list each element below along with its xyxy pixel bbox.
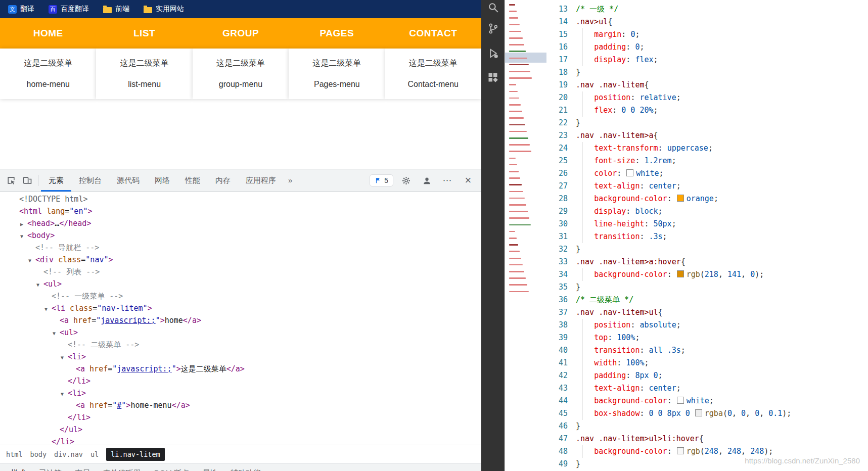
styles-tab[interactable]: 已计算 [32, 463, 68, 471]
submenu-item[interactable]: 这是二级菜单 [96, 53, 192, 74]
devtools-tab[interactable]: 源代码 [109, 169, 147, 192]
tree-node[interactable]: ▼<ul> [0, 278, 481, 291]
tree-node[interactable]: <a href="#">home-menu</a> [0, 400, 481, 412]
devtools-tab[interactable]: 控制台 [71, 169, 109, 192]
expand-arrow-icon[interactable]: ▼ [28, 255, 35, 266]
submenu-item[interactable]: 这是二级菜单 [0, 53, 96, 74]
tree-node[interactable]: <!-- 一级菜单 --> [0, 291, 481, 303]
tree-node[interactable]: ▼<li class="nav-litem"> [0, 303, 481, 315]
breadcrumb-item[interactable]: ul [90, 450, 99, 458]
devtools-tab[interactable]: 网络 [147, 169, 177, 192]
tree-node[interactable]: <!DOCTYPE html> [0, 194, 481, 206]
submenu-item[interactable]: home-menu [0, 74, 96, 95]
devtools-tab[interactable]: 性能 [177, 169, 208, 192]
expand-arrow-icon[interactable]: ▼ [20, 231, 27, 242]
settings-gear-icon[interactable] [398, 172, 414, 189]
styles-tab[interactable]: 辅助功能 [224, 463, 267, 471]
color-swatch[interactable] [677, 270, 684, 277]
expand-arrow-icon[interactable]: ▼ [44, 304, 52, 315]
nav-item-list[interactable]: LIST [96, 18, 192, 49]
minimap-line [509, 58, 527, 59]
tree-node[interactable]: ▼<div class="nav"> [0, 254, 481, 266]
bookmark-item[interactable]: 实用网站 [144, 5, 184, 14]
styles-tab[interactable]: DOM 断点 [148, 463, 196, 471]
syntax-token [576, 93, 594, 102]
styles-tab[interactable]: 属性 [196, 463, 224, 471]
nav-item-pages[interactable]: PAGES [289, 18, 385, 49]
styles-tab[interactable]: 事件监听器 [97, 463, 148, 471]
tree-node[interactable]: ▼<body> [0, 230, 481, 242]
run-debug-icon[interactable] [481, 43, 505, 63]
search-icon[interactable] [481, 0, 505, 17]
submenu-item[interactable]: 这是二级菜单 [289, 53, 385, 74]
source-control-icon[interactable] [481, 18, 505, 38]
breadcrumb-item[interactable]: li.nav-litem [106, 448, 165, 461]
kebab-menu-icon[interactable]: ⋯ [439, 172, 455, 189]
expand-arrow-icon[interactable]: ▼ [61, 352, 68, 363]
syntax-token: : [658, 144, 667, 153]
syntax-token: <a [60, 316, 69, 325]
tree-node[interactable]: </ul> [0, 424, 481, 436]
tree-node[interactable]: ▼<ul> [0, 327, 481, 339]
expand-arrow-icon[interactable]: ▼ [36, 279, 43, 291]
tree-node[interactable]: <!-- 二级菜单 --> [0, 339, 481, 351]
tree-node[interactable]: </li> [0, 436, 481, 445]
close-icon[interactable]: × [460, 172, 476, 189]
devtools-tab[interactable]: 内存 [208, 169, 238, 192]
tree-node[interactable]: <a href="javascript:;">home</a> [0, 315, 481, 327]
syntax-token: background-color [594, 396, 667, 405]
syntax-token: "en" [69, 207, 87, 216]
extensions-icon[interactable] [481, 67, 505, 87]
expand-arrow-icon[interactable]: ▼ [61, 389, 68, 400]
tree-node[interactable]: ▶<head>…</head> [0, 218, 481, 230]
submenu-item[interactable]: Pages-menu [289, 74, 385, 95]
tree-node[interactable]: <!-- 列表 --> [0, 266, 481, 278]
device-toolbar-icon[interactable] [19, 172, 35, 189]
tree-node[interactable]: <!-- 导航栏 --> [0, 242, 481, 254]
code-editor[interactable]: 1314151617181920212223242526272829303132… [546, 0, 868, 471]
syntax-token: .nav .nav-litem>ul [576, 308, 658, 317]
color-swatch[interactable] [677, 447, 684, 454]
tree-node[interactable]: <html lang="en"> [0, 206, 481, 218]
more-tabs-icon[interactable]: » [284, 169, 297, 192]
minimap-line [509, 137, 528, 139]
syntax-token: # [117, 401, 121, 410]
color-swatch[interactable] [695, 409, 702, 416]
breadcrumb-item[interactable]: div.nav [54, 450, 83, 458]
inspect-icon[interactable] [3, 172, 19, 189]
expand-arrow-icon[interactable]: ▼ [53, 328, 60, 339]
styles-tab[interactable]: 样式 [4, 463, 32, 471]
nav-item-group[interactable]: GROUP [193, 18, 289, 49]
profile-icon[interactable] [419, 172, 435, 189]
breadcrumb-item[interactable]: body [30, 450, 47, 458]
color-swatch[interactable] [677, 195, 684, 202]
color-swatch[interactable] [626, 169, 633, 176]
nav-item-contact[interactable]: CONTACT [385, 18, 481, 49]
color-swatch[interactable] [677, 397, 684, 404]
bookmark-item[interactable]: 百百度翻译 [49, 5, 89, 14]
submenu-item[interactable]: list-menu [96, 74, 192, 95]
submenu-item[interactable]: 这是二级菜单 [193, 53, 289, 74]
devtools-tab[interactable]: 应用程序 [238, 169, 284, 192]
tree-node[interactable]: <a href="javascript:;">这是二级菜单</a> [0, 363, 481, 375]
syntax-token: display [594, 207, 626, 216]
minimap-line [509, 238, 517, 239]
bookmark-item[interactable]: 前端 [103, 5, 129, 14]
expand-arrow-icon[interactable]: ▶ [20, 219, 27, 230]
tree-node[interactable]: ▼<li> [0, 351, 481, 363]
breadcrumb-item[interactable]: html [6, 450, 23, 458]
styles-tab[interactable]: 布局 [68, 463, 97, 471]
tree-node[interactable]: ▼<li> [0, 388, 481, 400]
tree-node[interactable]: </li> [0, 412, 481, 424]
submenu-item[interactable]: 这是二级菜单 [385, 53, 481, 74]
syntax-token: background-color [594, 447, 667, 456]
bookmark-item[interactable]: 文翻译 [8, 5, 34, 14]
issues-badge[interactable]: 5 [370, 174, 393, 186]
submenu-item[interactable]: Contact-menu [385, 74, 481, 95]
minimap[interactable] [505, 0, 546, 471]
devtools-tab[interactable]: 元素 [41, 169, 71, 192]
syntax-token: background-color [594, 270, 667, 279]
submenu-item[interactable]: group-menu [193, 74, 289, 95]
tree-node[interactable]: </li> [0, 375, 481, 388]
nav-item-home[interactable]: HOME [0, 18, 96, 49]
